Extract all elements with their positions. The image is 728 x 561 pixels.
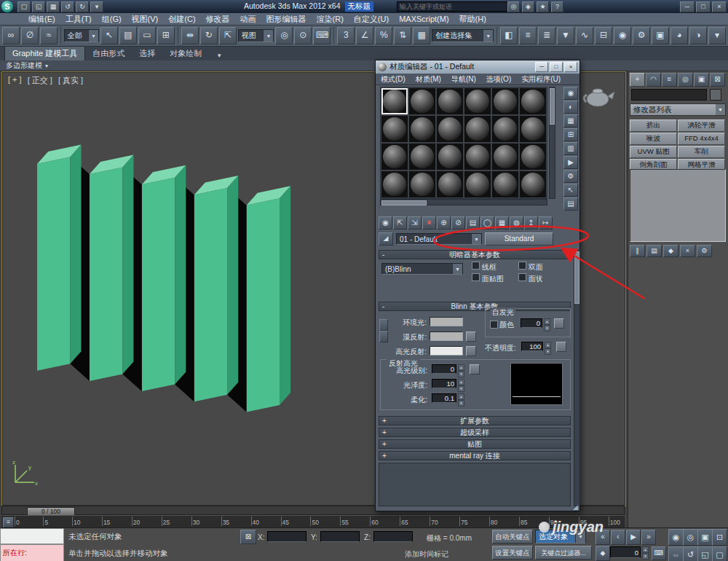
orbit-icon[interactable]: ↺ (683, 546, 698, 561)
sample-vertical-scrollbar[interactable] (549, 87, 555, 199)
material-map-navigator-icon[interactable]: ▤ (563, 197, 578, 211)
select-and-rotate-icon[interactable]: ↻ (200, 27, 218, 44)
mirror-icon[interactable]: ◧ (500, 27, 518, 44)
render-preset-icon[interactable]: ▾ (708, 27, 726, 44)
material-sample-slot[interactable] (381, 143, 408, 170)
material-sample-slot[interactable] (408, 115, 436, 143)
restore-button[interactable]: □ (696, 1, 711, 12)
material-sample-slot[interactable] (464, 143, 491, 170)
modifier-button[interactable]: 涡轮平滑 (678, 119, 725, 132)
close-button[interactable]: × (564, 62, 577, 72)
keyboard-shortcut-override-icon[interactable]: ⌨ (652, 546, 666, 560)
self-illum-color-checkbox[interactable] (490, 321, 498, 329)
layer-manager-icon[interactable]: ≣ (538, 27, 555, 44)
modify-tab[interactable]: ◠ (646, 73, 661, 87)
modifier-button[interactable]: 噪波 (630, 133, 677, 145)
rollout-header[interactable]: + 扩展参数 (379, 416, 571, 425)
ambient-color-swatch[interactable] (430, 317, 463, 326)
infocenter-search-input[interactable] (397, 1, 508, 12)
create-tab[interactable]: + (630, 73, 645, 87)
video-color-check-icon[interactable]: ▥ (563, 142, 578, 155)
glossiness-spinner[interactable]: ▲▼ (458, 379, 464, 388)
material-sample-slot[interactable] (464, 87, 491, 115)
graphite-ribbon-toggle-icon[interactable]: ▼ (557, 27, 574, 44)
frame-spinner[interactable]: ▲▼ (642, 546, 649, 558)
modifier-list-dropdown[interactable]: 修改器列表 ▼ (630, 103, 726, 116)
viewport-layout-icon[interactable]: ▢ (712, 546, 727, 561)
material-type-button[interactable]: Standard (485, 232, 553, 246)
curve-editor-icon[interactable]: ∿ (576, 27, 593, 44)
hierarchy-tab[interactable]: ≡ (662, 73, 677, 87)
make-unique-icon[interactable]: ◆ (663, 245, 678, 257)
angle-snap-toggle-icon[interactable]: ∠ (356, 27, 373, 44)
zoom-all-icon[interactable]: ◎ (683, 529, 698, 546)
make-material-copy-icon[interactable]: ⊕ (437, 216, 451, 230)
motion-tab[interactable]: ◎ (678, 73, 693, 87)
ribbon-tab-object-paint[interactable]: 对象绘制 (162, 47, 209, 60)
opacity-value-field[interactable]: 100 (521, 342, 543, 351)
open-file-icon[interactable]: ◱ (32, 1, 45, 12)
图形编辑器[interactable]: 图形编辑器 (261, 12, 312, 26)
material-name-dropdown[interactable]: 01 - Default ▼ (396, 233, 482, 245)
MAXScript(M)[interactable]: MAXScript(M) (394, 13, 454, 25)
material-editor-titlebar[interactable]: 材质编辑器 - 01 - Default ─□× (376, 60, 579, 74)
specular-level-map-button[interactable] (470, 364, 480, 374)
book-2[interactable] (90, 155, 134, 381)
minimize-button[interactable]: ─ (680, 1, 695, 12)
material-sample-slot[interactable] (464, 170, 491, 198)
add-time-tag[interactable]: 添加时间标记 (405, 549, 448, 560)
material-sample-slot[interactable] (519, 170, 547, 198)
percent-snap-toggle-icon[interactable]: % (375, 27, 392, 44)
自定义(U)[interactable]: 自定义(U) (349, 12, 394, 26)
go-to-end-icon[interactable]: » (641, 530, 656, 545)
menu-item[interactable]: 选项(O) (481, 74, 516, 85)
material-sample-slot[interactable] (519, 143, 547, 170)
material-sample-slot[interactable] (436, 87, 464, 115)
background-icon[interactable]: ▦ (563, 114, 578, 128)
search-icon[interactable]: ◎ (507, 1, 520, 12)
key-filters-button[interactable]: 关键点过滤器... (535, 546, 592, 560)
z-coordinate-field[interactable] (373, 531, 413, 542)
maxscript-mini-listener[interactable] (0, 528, 64, 544)
lock-ambient-diffuse-button[interactable] (379, 319, 388, 331)
new-scene-icon[interactable]: ▢ (17, 1, 31, 12)
configure-modifier-sets-icon[interactable]: ⚙ (697, 245, 712, 257)
material-sample-slot[interactable] (408, 170, 436, 198)
diffuse-map-button[interactable] (466, 332, 476, 342)
opacity-map-button[interactable] (556, 342, 566, 352)
ribbon-tab-selection[interactable]: 选择 (132, 47, 162, 60)
render-setup-icon[interactable]: ⚙ (633, 27, 650, 44)
display-tab[interactable]: ▣ (694, 73, 709, 87)
edit-named-selection-sets-icon[interactable]: ▦ (413, 27, 430, 44)
sample-type-icon[interactable]: ◉ (563, 87, 578, 100)
modifier-stack[interactable] (630, 169, 726, 242)
modifier-button[interactable]: 车削 (678, 146, 725, 158)
material-sample-slot[interactable] (519, 87, 547, 115)
track-bar[interactable]: ≡ 05101520253035404550556065707580859095… (1, 515, 625, 527)
favorites-icon[interactable]: ★ (537, 1, 549, 12)
material-sample-slot[interactable] (436, 143, 464, 170)
self-illum-map-button[interactable] (554, 318, 564, 329)
book-3[interactable] (142, 165, 186, 391)
align-icon[interactable]: ≡ (519, 27, 537, 44)
play-icon[interactable]: ▶ (626, 530, 641, 545)
viewport-shading-menu[interactable]: [ 真实 ] (58, 75, 83, 86)
get-material-icon[interactable]: ◉ (379, 216, 392, 230)
ribbon-tab-freeform[interactable]: 自由形式 (85, 47, 132, 60)
go-forward-to-sibling-icon[interactable]: ↦ (539, 216, 553, 230)
auto-key-button[interactable]: 自动关键点 (492, 530, 533, 544)
specular-map-button[interactable] (466, 346, 476, 356)
communication-center-icon[interactable]: ◈ (522, 1, 534, 12)
scene-books[interactable] (37, 136, 292, 419)
diffuse-color-swatch[interactable] (430, 332, 463, 341)
book-5[interactable] (247, 186, 291, 412)
rollout-header[interactable]: + mental ray 连接 (379, 451, 571, 460)
help-icon[interactable]: ? (551, 1, 563, 12)
undo-icon[interactable]: ↺ (61, 1, 74, 12)
named-selection-sets-dropdown[interactable]: 创建选择集 ▼ (432, 29, 494, 42)
specular-color-swatch[interactable] (430, 346, 463, 356)
修改器[interactable]: 修改器 (201, 12, 235, 26)
rectangular-selection-region-icon[interactable]: ▭ (138, 27, 156, 44)
select-by-name-icon[interactable]: ▤ (119, 27, 137, 44)
material-sample-slot[interactable] (491, 115, 519, 143)
